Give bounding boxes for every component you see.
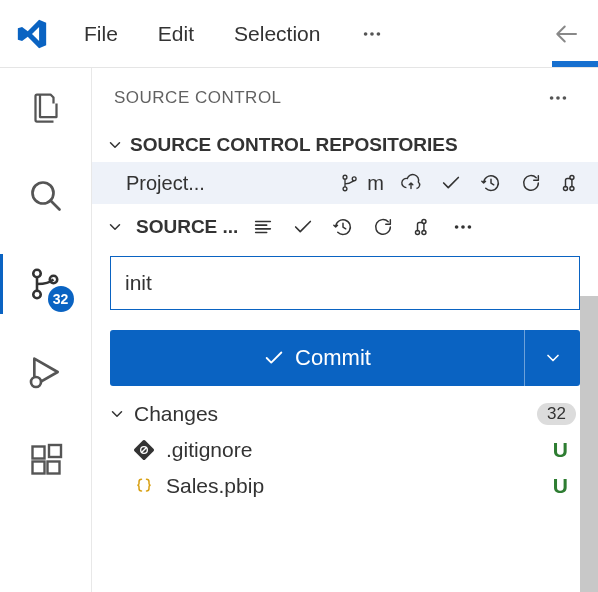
- changes-header[interactable]: Changes 32: [92, 386, 598, 432]
- svg-point-26: [468, 225, 472, 229]
- file-status: U: [553, 438, 568, 462]
- svg-point-4: [33, 270, 41, 278]
- file-name: Sales.pbip: [166, 474, 264, 498]
- run-debug-icon[interactable]: [26, 352, 66, 392]
- scm-more-icon[interactable]: [450, 214, 476, 240]
- svg-rect-9: [32, 462, 44, 474]
- svg-point-5: [33, 291, 41, 299]
- history-icon[interactable]: [330, 214, 356, 240]
- svg-point-16: [343, 187, 347, 191]
- repos-section-header[interactable]: SOURCE CONTROL REPOSITORIES: [92, 128, 598, 162]
- svg-point-15: [343, 175, 347, 179]
- accent-indicator: [552, 61, 598, 67]
- svg-point-1: [371, 32, 375, 36]
- source-control-icon[interactable]: 32: [26, 264, 66, 304]
- chevron-down-icon: [106, 136, 124, 154]
- activity-bar: 32: [0, 68, 92, 592]
- sidebar-title: SOURCE CONTROL: [92, 68, 598, 128]
- svg-point-0: [364, 32, 368, 36]
- commit-message-input[interactable]: [110, 256, 580, 310]
- explorer-icon[interactable]: [26, 88, 66, 128]
- menu-file[interactable]: File: [68, 16, 134, 52]
- view-tree-icon[interactable]: [250, 214, 276, 240]
- graph-icon[interactable]: [558, 170, 584, 196]
- file-row[interactable]: .gitignore U: [92, 432, 598, 468]
- svg-rect-11: [49, 445, 61, 457]
- file-name: .gitignore: [166, 438, 252, 462]
- repo-name: Project...: [126, 172, 323, 195]
- svg-point-2: [377, 32, 381, 36]
- svg-point-7: [31, 377, 41, 387]
- file-row[interactable]: Sales.pbip U: [92, 468, 598, 504]
- graph-icon[interactable]: [410, 214, 436, 240]
- scm-badge: 32: [48, 286, 74, 312]
- check-icon[interactable]: [438, 170, 464, 196]
- chevron-down-icon: [106, 218, 124, 236]
- source-control-sidebar: SOURCE CONTROL SOURCE CONTROL REPOSITORI…: [92, 68, 598, 592]
- menu-overflow-icon[interactable]: [354, 16, 390, 52]
- scm-section-header[interactable]: SOURCE ...: [92, 204, 598, 250]
- branch-label: m: [367, 172, 384, 195]
- git-branch-icon[interactable]: [337, 170, 363, 196]
- svg-point-17: [353, 177, 357, 181]
- chevron-down-icon: [108, 405, 126, 423]
- changes-count: 32: [537, 403, 576, 425]
- svg-point-25: [462, 225, 466, 229]
- repo-row[interactable]: Project... m: [92, 162, 598, 204]
- changes-label: Changes: [134, 402, 218, 426]
- nav-back-icon[interactable]: [546, 19, 586, 49]
- sidebar-title-text: SOURCE CONTROL: [114, 88, 540, 108]
- vscode-logo-icon: [4, 17, 60, 51]
- file-status: U: [553, 474, 568, 498]
- main: 32 SOURCE CONTROL SOURCE CONTROL REPOSIT…: [0, 68, 598, 592]
- repos-section-label: SOURCE CONTROL REPOSITORIES: [130, 134, 458, 156]
- svg-point-13: [556, 96, 560, 100]
- svg-point-24: [455, 225, 459, 229]
- braces-file-icon: [132, 476, 156, 496]
- gitignore-file-icon: [132, 440, 156, 460]
- sync-cloud-icon[interactable]: [398, 170, 424, 196]
- sidebar-more-icon[interactable]: [540, 80, 576, 116]
- search-icon[interactable]: [26, 176, 66, 216]
- extensions-icon[interactable]: [26, 440, 66, 480]
- commit-area: Commit: [92, 250, 598, 386]
- commit-dropdown-button[interactable]: [524, 330, 580, 386]
- scrollbar[interactable]: [580, 296, 598, 592]
- svg-rect-10: [47, 462, 59, 474]
- refresh-icon[interactable]: [518, 170, 544, 196]
- commit-button-label: Commit: [295, 345, 371, 371]
- scm-section-label: SOURCE ...: [136, 216, 238, 238]
- commit-button[interactable]: Commit: [110, 330, 524, 386]
- svg-point-14: [563, 96, 567, 100]
- menu-edit[interactable]: Edit: [142, 16, 210, 52]
- menu-selection[interactable]: Selection: [218, 16, 336, 52]
- history-icon[interactable]: [478, 170, 504, 196]
- menubar: File Edit Selection: [0, 0, 598, 68]
- check-icon[interactable]: [290, 214, 316, 240]
- svg-point-12: [550, 96, 554, 100]
- refresh-icon[interactable]: [370, 214, 396, 240]
- svg-rect-8: [32, 447, 44, 459]
